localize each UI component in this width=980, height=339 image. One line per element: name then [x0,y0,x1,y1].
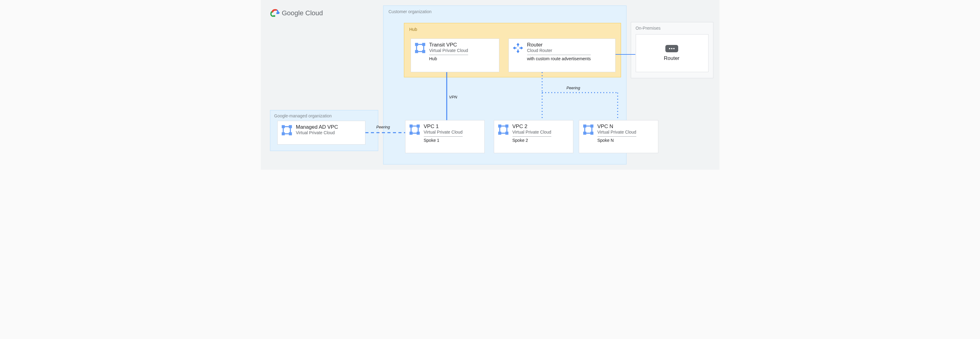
svg-rect-11 [416,46,417,51]
google-cloud-logo: Google Cloud [270,8,323,18]
vpc-icon [414,42,426,54]
transit-vpc-sub: Virtual Private Cloud [429,48,468,53]
vpc1-extra: Spoke 1 [424,138,463,143]
vpc2-node: VPC 2 Virtual Private Cloud Spoke 2 [494,120,573,153]
transit-vpc-title: Transit VPC [429,42,468,48]
google-cloud-text: Google Cloud [282,9,323,17]
hub-label: Hub [409,27,417,32]
managed-ad-vpc-title: Managed AD VPC [296,124,338,130]
vpc1-sub: Virtual Private Cloud [424,130,463,135]
svg-rect-42 [501,133,506,134]
cloud-router-node: Router Cloud Router with custom route ad… [509,38,616,72]
customer-org-label: Customer organization [389,9,432,14]
svg-rect-31 [410,127,411,132]
vpc-icon [582,124,594,136]
edge-label-vpn: VPN [449,95,457,99]
cloud-router-sub: Cloud Router [527,48,591,53]
router-icon [665,45,678,52]
vpcn-sub: Virtual Private Cloud [598,130,636,135]
svg-rect-14 [417,51,423,52]
onprem-router-title: Router [664,55,679,61]
svg-rect-47 [584,127,585,132]
svg-rect-24 [290,128,291,133]
svg-rect-12 [423,46,424,51]
google-managed-org-label: Google-managed organization [274,113,332,118]
vpc2-extra: Spoke 2 [512,138,551,143]
svg-marker-17 [513,46,517,49]
svg-rect-26 [284,133,289,134]
edge-label-peering-left: Peering [376,125,390,129]
svg-rect-34 [412,133,417,134]
svg-rect-39 [499,127,500,132]
svg-rect-41 [501,126,506,127]
onprem-router-node: Router [636,34,708,72]
svg-rect-48 [591,127,592,132]
vpcn-title: VPC N [598,124,636,130]
svg-marker-16 [517,49,520,53]
vpcn-node: VPC N Virtual Private Cloud Spoke N [579,120,658,153]
vpc-icon [409,124,421,136]
svg-rect-50 [585,133,591,134]
vpcn-extra: Spoke N [598,138,636,143]
google-cloud-icon [270,8,280,18]
managed-ad-vpc-sub: Virtual Private Cloud [296,130,338,135]
svg-rect-33 [412,126,417,127]
vpc-icon [281,124,293,136]
svg-rect-23 [283,128,283,133]
svg-rect-40 [506,127,507,132]
managed-ad-vpc-node: Managed AD VPC Virtual Private Cloud [277,121,365,145]
vpc1-node: VPC 1 Virtual Private Cloud Spoke 1 [405,120,485,153]
cloud-router-title: Router [527,42,591,48]
svg-rect-25 [284,126,289,127]
svg-rect-49 [585,126,591,127]
svg-marker-18 [520,46,523,49]
edge-label-peering-right: Peering [566,86,581,90]
vpc1-title: VPC 1 [424,124,463,130]
cloud-router-extra: with custom route advertisements [527,56,591,61]
vpc-icon [497,124,509,136]
diagram-canvas: Google Cloud Customer organization Hub G… [261,0,719,170]
vpc2-sub: Virtual Private Cloud [512,130,551,135]
svg-rect-13 [417,44,423,45]
vpc2-title: VPC 2 [512,124,551,130]
transit-vpc-extra: Hub [429,56,468,61]
svg-rect-32 [418,127,418,132]
transit-vpc-node: Transit VPC Virtual Private Cloud Hub [410,38,500,72]
svg-marker-15 [517,43,520,46]
cloud-router-icon [512,42,524,54]
onprem-label: On-Premises [636,25,661,30]
